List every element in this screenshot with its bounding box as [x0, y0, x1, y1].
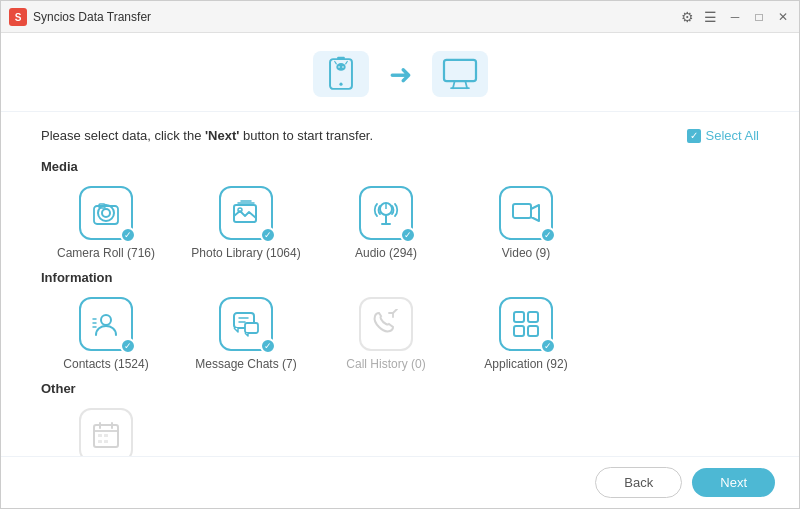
- select-all-checkbox[interactable]: ✓: [687, 129, 701, 143]
- item-calendar: Calendar (0): [41, 408, 171, 456]
- main-area: ➜ Please select data, click the 'Next' b…: [1, 33, 799, 508]
- application-icon: [511, 309, 541, 339]
- application-icon-wrap: ✓: [499, 297, 553, 351]
- item-photo-library[interactable]: ✓ Photo Library (1064): [181, 186, 311, 260]
- camera-roll-icon-wrap: ✓: [79, 186, 133, 240]
- destination-device: [432, 51, 488, 97]
- titlebar-icons: ⚙ ☰: [681, 10, 717, 24]
- back-button[interactable]: Back: [595, 467, 682, 498]
- category-media-label: Media: [41, 159, 759, 174]
- svg-point-4: [339, 83, 342, 86]
- photo-library-label: Photo Library (1064): [191, 246, 300, 260]
- item-message-chats[interactable]: ✓ Message Chats (7): [181, 297, 311, 371]
- svg-rect-25: [513, 204, 531, 218]
- svg-point-9: [342, 66, 344, 68]
- svg-rect-10: [444, 60, 476, 81]
- next-button[interactable]: Next: [692, 468, 775, 497]
- media-items-grid: ✓ Camera Roll (716) ✓ Photo Library (106…: [41, 186, 759, 260]
- svg-rect-46: [104, 440, 108, 443]
- svg-rect-33: [245, 323, 258, 333]
- instruction-bar: Please select data, click the 'Next' but…: [41, 128, 759, 143]
- source-device-icon: [313, 51, 369, 97]
- application-label: Application (92): [484, 357, 567, 371]
- information-items-grid: ✓ Contacts (1524) ✓ Message Chat: [41, 297, 759, 371]
- contacts-label: Contacts (1524): [63, 357, 148, 371]
- app-logo-icon: S: [9, 8, 27, 26]
- select-all-area[interactable]: ✓ Select All: [687, 128, 759, 143]
- svg-text:S: S: [15, 12, 22, 23]
- svg-point-8: [338, 66, 340, 68]
- footer: Back Next: [1, 456, 799, 508]
- camera-roll-icon: [91, 198, 121, 228]
- other-items-grid: Calendar (0): [41, 408, 759, 456]
- photo-library-icon-wrap: ✓: [219, 186, 273, 240]
- application-check: ✓: [540, 338, 556, 354]
- transfer-bar: ➜: [1, 33, 799, 112]
- call-history-icon: [371, 309, 401, 339]
- contacts-icon-wrap: ✓: [79, 297, 133, 351]
- message-chats-icon: [231, 309, 261, 339]
- svg-rect-37: [514, 326, 524, 336]
- source-device: [313, 51, 369, 97]
- minimize-button[interactable]: ─: [727, 10, 743, 24]
- call-history-label: Call History (0): [346, 357, 425, 371]
- video-label: Video (9): [502, 246, 550, 260]
- settings-icon[interactable]: ⚙: [681, 10, 694, 24]
- camera-roll-label: Camera Roll (716): [57, 246, 155, 260]
- transfer-arrow: ➜: [389, 58, 412, 91]
- svg-point-5: [336, 63, 345, 71]
- instruction-text: Please select data, click the 'Next' but…: [41, 128, 373, 143]
- video-check: ✓: [540, 227, 556, 243]
- item-video[interactable]: ✓ Video (9): [461, 186, 591, 260]
- svg-rect-38: [528, 326, 538, 336]
- menu-icon[interactable]: ☰: [704, 10, 717, 24]
- item-camera-roll[interactable]: ✓ Camera Roll (716): [41, 186, 171, 260]
- svg-rect-35: [514, 312, 524, 322]
- close-button[interactable]: ✕: [775, 10, 791, 24]
- video-icon: [511, 198, 541, 228]
- svg-rect-43: [98, 434, 102, 437]
- arrow-icon: ➜: [389, 58, 412, 91]
- item-application[interactable]: ✓ Application (92): [461, 297, 591, 371]
- item-contacts[interactable]: ✓ Contacts (1524): [41, 297, 171, 371]
- message-chats-check: ✓: [260, 338, 276, 354]
- category-other-label: Other: [41, 381, 759, 396]
- photo-library-icon: [231, 198, 261, 228]
- svg-point-15: [102, 209, 110, 217]
- svg-rect-45: [98, 440, 102, 443]
- audio-label: Audio (294): [355, 246, 417, 260]
- maximize-button[interactable]: □: [751, 10, 767, 24]
- svg-line-34: [393, 309, 397, 313]
- svg-point-26: [101, 315, 111, 325]
- item-audio[interactable]: ✓ Audio (294): [321, 186, 451, 260]
- message-chats-icon-wrap: ✓: [219, 297, 273, 351]
- video-icon-wrap: ✓: [499, 186, 553, 240]
- message-chats-label: Message Chats (7): [195, 357, 296, 371]
- svg-rect-36: [528, 312, 538, 322]
- calendar-icon-wrap: [79, 408, 133, 456]
- contacts-icon: [91, 309, 121, 339]
- calendar-icon: [91, 420, 121, 450]
- select-all-label[interactable]: Select All: [706, 128, 759, 143]
- svg-point-19: [238, 208, 242, 212]
- audio-check: ✓: [400, 227, 416, 243]
- item-call-history: Call History (0): [321, 297, 451, 371]
- camera-roll-check: ✓: [120, 227, 136, 243]
- window-controls: ─ □ ✕: [727, 10, 791, 24]
- destination-device-icon: [432, 51, 488, 97]
- contacts-check: ✓: [120, 338, 136, 354]
- titlebar: S Syncios Data Transfer ⚙ ☰ ─ □ ✕: [1, 1, 799, 33]
- call-history-icon-wrap: [359, 297, 413, 351]
- audio-icon: [371, 198, 401, 228]
- content-area: Please select data, click the 'Next' but…: [1, 112, 799, 456]
- app-title: Syncios Data Transfer: [33, 10, 681, 24]
- category-information-label: Information: [41, 270, 759, 285]
- svg-rect-44: [104, 434, 108, 437]
- photo-library-check: ✓: [260, 227, 276, 243]
- audio-icon-wrap: ✓: [359, 186, 413, 240]
- svg-rect-3: [337, 57, 345, 59]
